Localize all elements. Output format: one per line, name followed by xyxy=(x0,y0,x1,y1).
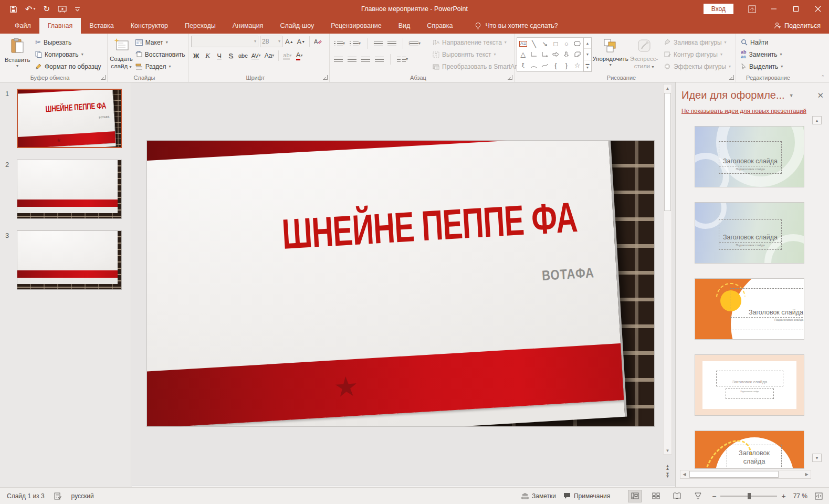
paragraph-dialog-launcher[interactable] xyxy=(508,75,512,80)
slide-subtitle[interactable]: ВОТАФА xyxy=(491,265,595,287)
shape-rounded-rectangle-icon[interactable] xyxy=(574,41,581,46)
tab-help[interactable]: Справка xyxy=(418,18,461,34)
shape-corner-icon[interactable] xyxy=(574,51,581,57)
close-icon[interactable] xyxy=(807,0,829,18)
italic-button[interactable]: К xyxy=(203,50,213,61)
arrange-button[interactable]: Упорядочить▾ xyxy=(592,35,629,73)
stop-showing-ideas-link[interactable]: Не показывать идеи для новых презентаций xyxy=(681,108,806,114)
design-idea-3[interactable]: Заголовок слайда Подзаголовок слайда xyxy=(695,278,804,340)
underline-button[interactable]: Ч xyxy=(214,50,224,61)
zoom-slider[interactable] xyxy=(720,496,777,497)
language-indicator[interactable]: русский xyxy=(71,492,94,500)
normal-view-button[interactable] xyxy=(628,490,642,502)
numbering-icon[interactable]: ▾ xyxy=(350,40,361,47)
tab-transitions[interactable]: Переходы xyxy=(176,18,224,34)
slide-sorter-view-button[interactable] xyxy=(649,490,663,502)
text-direction-button[interactable]: A Направление текста▾ xyxy=(430,37,526,48)
tell-me-box[interactable]: Что вы хотите сделать? xyxy=(475,18,558,34)
shape-elbow-arrow-icon[interactable] xyxy=(542,51,548,57)
shape-triangle-icon[interactable]: △ xyxy=(520,51,526,58)
align-left-icon[interactable] xyxy=(334,56,343,62)
strikethrough-button[interactable]: abc xyxy=(237,50,249,61)
previous-slide-icon[interactable]: ▲▲ xyxy=(666,465,670,470)
bold-button[interactable]: Ж xyxy=(191,50,201,61)
align-text-button[interactable]: Выровнять текст▾ xyxy=(430,49,526,60)
clipboard-dialog-launcher[interactable] xyxy=(101,75,106,80)
design-scroll-up-icon[interactable]: ▲ xyxy=(812,116,822,124)
columns-icon[interactable]: ▾ xyxy=(397,56,408,62)
paste-button[interactable]: Вставить▾ xyxy=(2,35,33,73)
tab-review[interactable]: Рецензирование xyxy=(322,18,390,34)
scroll-down-icon[interactable]: ▼ xyxy=(664,447,671,454)
clear-formatting-icon[interactable]: A xyxy=(313,36,323,47)
shape-oval-icon[interactable]: ○ xyxy=(564,40,569,47)
change-case-button[interactable]: Aa▾ xyxy=(264,50,276,61)
tab-design[interactable]: Конструктор xyxy=(122,18,176,34)
zoom-in-icon[interactable]: + xyxy=(781,492,785,500)
comments-button[interactable]: Примечания xyxy=(563,492,610,500)
shape-effects-button[interactable]: Эффекты фигуры▾ xyxy=(661,61,733,72)
highlight-color-button[interactable]: ab▾ xyxy=(282,50,292,61)
shape-freeform-icon[interactable]: ξ xyxy=(522,62,524,68)
slide-counter[interactable]: Слайд 1 из 3 xyxy=(7,492,45,500)
save-icon[interactable] xyxy=(9,5,17,13)
select-button[interactable]: Выделить▾ xyxy=(738,61,785,72)
slide-title[interactable]: ШНЕЙНЕ ПЕППЕ ФА xyxy=(274,196,585,256)
design-horizontal-scrollbar[interactable]: ◀ ▶ xyxy=(680,470,811,479)
find-button[interactable]: Найти xyxy=(738,37,785,48)
decrease-indent-icon[interactable] xyxy=(374,40,383,47)
scrollbar-thumb[interactable] xyxy=(664,93,671,211)
format-painter-button[interactable]: Формат по образцу xyxy=(33,61,104,72)
shape-down-arrow-icon[interactable] xyxy=(563,51,569,58)
shape-line-icon[interactable]: ╲ xyxy=(532,40,536,47)
design-idea-4[interactable]: Заголовок слайда Подзаголовок слайда xyxy=(695,354,804,416)
slideshow-view-button[interactable] xyxy=(691,490,705,502)
design-scroll-down-icon[interactable]: ▼ xyxy=(812,454,822,462)
replace-button[interactable]: abac Заменить▾ xyxy=(738,49,785,60)
increase-font-icon[interactable]: A▲ xyxy=(284,36,295,47)
sign-in-button[interactable]: Вход xyxy=(704,4,733,14)
customize-qat-icon[interactable] xyxy=(75,6,80,12)
align-center-icon[interactable] xyxy=(348,56,356,62)
tab-animations[interactable]: Анимация xyxy=(224,18,272,34)
start-slideshow-icon[interactable] xyxy=(58,5,67,13)
shape-textbox-icon[interactable]: A≡ xyxy=(519,41,527,47)
reset-slide-button[interactable]: Восстановить xyxy=(133,49,188,60)
bullets-icon[interactable]: ▾ xyxy=(334,40,345,47)
slide-editor-area[interactable]: ШНЕЙНЕ ПЕППЕ ФА ВОТАФА ★ ▲ ▼ ▲▲ ▼▼ xyxy=(132,82,675,487)
text-shadow-button[interactable]: S xyxy=(226,50,236,61)
spell-check-icon[interactable] xyxy=(54,492,62,500)
zoom-out-icon[interactable]: − xyxy=(712,492,716,500)
shape-right-brace-icon[interactable]: } xyxy=(565,62,568,69)
justify-icon[interactable] xyxy=(375,56,384,62)
slide-canvas[interactable]: ШНЕЙНЕ ПЕППЕ ФА ВОТАФА ★ xyxy=(147,141,654,426)
drawing-dialog-launcher[interactable] xyxy=(729,75,734,80)
shape-arc-icon[interactable] xyxy=(530,63,537,68)
shape-left-brace-icon[interactable]: { xyxy=(554,62,557,69)
decrease-font-icon[interactable]: A▼ xyxy=(296,36,307,47)
copy-button[interactable]: Копировать▾ xyxy=(33,49,104,60)
redo-icon[interactable]: ↻ xyxy=(43,4,50,14)
collapse-ribbon-icon[interactable]: ⌃ xyxy=(821,75,825,80)
slide-thumbnail-2[interactable] xyxy=(17,160,122,219)
panel-options-icon[interactable]: ▼ xyxy=(789,93,794,98)
font-name-combo[interactable]: ▾ xyxy=(191,36,258,47)
shape-outline-button[interactable]: Контур фигуры▾ xyxy=(661,49,733,60)
shape-fill-button[interactable]: Заливка фигуры▾ xyxy=(661,37,733,48)
zoom-slider-thumb[interactable] xyxy=(748,493,751,499)
layout-button[interactable]: Макет▾ xyxy=(133,37,188,48)
ribbon-display-options-icon[interactable] xyxy=(741,0,763,18)
shapes-scroll-up-icon[interactable]: ▲ xyxy=(584,38,591,49)
tab-slideshow[interactable]: Слайд-шоу xyxy=(271,18,322,34)
tab-file[interactable]: Файл xyxy=(6,18,39,34)
maximize-icon[interactable] xyxy=(785,0,807,18)
scroll-up-icon[interactable]: ▲ xyxy=(664,85,671,92)
new-slide-button[interactable]: Создатьслайд ▾ xyxy=(110,35,133,73)
character-spacing-button[interactable]: AV▾ xyxy=(250,50,262,61)
shapes-gallery[interactable]: A≡ ╲ ↘ □ ○ △ ξ { } ☆ xyxy=(517,37,584,72)
quick-styles-button[interactable]: Экспресс-стили ▾ xyxy=(629,35,659,73)
share-button[interactable]: Поделиться xyxy=(774,18,829,34)
next-slide-icon[interactable]: ▼▼ xyxy=(666,473,670,478)
tab-home[interactable]: Главная xyxy=(39,18,81,34)
align-right-icon[interactable] xyxy=(361,56,370,62)
